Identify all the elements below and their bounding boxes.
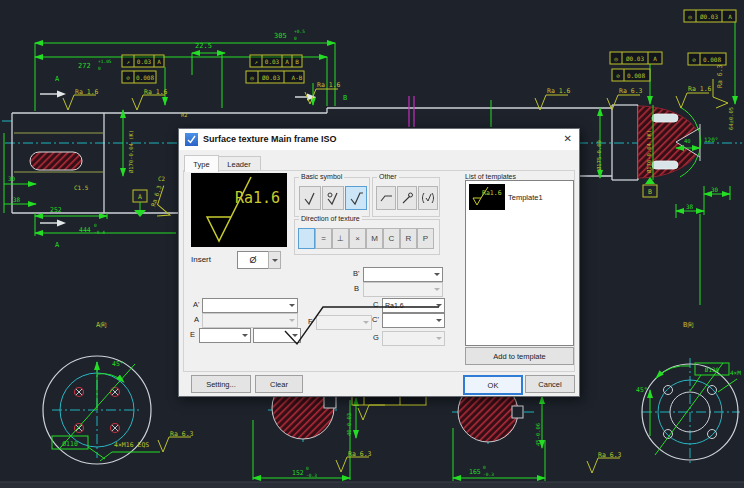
cad-annotation: A: [285, 58, 289, 65]
cad-annotation: 38: [686, 203, 694, 210]
field-e1-combo[interactable]: [199, 328, 251, 343]
cad-annotation: 444: [79, 226, 91, 234]
cad-annotation: 64±0.05: [728, 107, 734, 130]
cad-annotation: 22.5: [195, 42, 212, 50]
other-leader-flat-button[interactable]: [376, 186, 396, 210]
chevron-down-icon: [434, 316, 444, 325]
cad-annotation: -0.3: [306, 473, 317, 478]
dialog-title: Surface texture Main frame ISO: [203, 134, 337, 144]
cad-annotation: Ø130: [705, 366, 720, 373]
cad-annotation: 4×M: [730, 369, 741, 376]
field-g-label: G: [373, 333, 379, 342]
cad-annotation: Ø170-0.04 (K): [128, 130, 134, 173]
insert-label: Insert: [191, 255, 211, 264]
cad-annotation: 305: [274, 32, 287, 40]
chevron-down-icon: [240, 331, 250, 340]
add-to-template-button[interactable]: Add to template: [465, 347, 574, 365]
cad-annotation: -0.3: [483, 472, 494, 477]
field-c-combo[interactable]: Ra1.6: [382, 298, 445, 313]
cad-annotation: A: [138, 193, 142, 201]
insert-dropdown-button[interactable]: [268, 251, 281, 269]
field-cprime-label: C': [372, 315, 379, 324]
ok-button[interactable]: OK: [463, 375, 523, 395]
cad-annotation: Ra 1.6: [144, 88, 168, 96]
template-thumbnail: Ra1.6: [469, 184, 505, 210]
basic-symbol-any-button[interactable]: [299, 186, 321, 210]
direction-r-button[interactable]: R: [400, 228, 417, 249]
direction-m-button[interactable]: M: [366, 228, 383, 249]
cad-annotation: 30: [8, 175, 16, 182]
cad-annotation: ↗: [126, 58, 130, 65]
other-all-around-button[interactable]: [418, 186, 438, 210]
cad-annotation: 0: [306, 466, 309, 471]
direction-p-button[interactable]: P: [417, 228, 434, 249]
direction-none-button[interactable]: [298, 228, 315, 249]
basic-symbol-label: Basic symbol: [299, 173, 344, 180]
cad-annotation: 45°: [636, 386, 648, 394]
cad-annotation: B: [343, 94, 347, 102]
field-aprime-label: A': [193, 300, 199, 309]
cad-annotation: Ra 6.3: [716, 64, 724, 88]
cad-annotation: Ra 1.6: [75, 88, 99, 96]
cad-annotation: Ø175-0.09: [596, 140, 602, 170]
chevron-down-icon: [290, 331, 300, 340]
basic-symbol-removal-button[interactable]: [322, 186, 344, 210]
direction-parallel-button[interactable]: =: [315, 228, 332, 249]
direction-perpendicular-button[interactable]: ⊥: [332, 228, 349, 249]
field-bprime-combo[interactable]: [363, 267, 443, 282]
cad-annotation: Ra 6.3: [598, 451, 622, 459]
cad-annotation: C1.5: [74, 184, 89, 191]
cad-annotation: B: [295, 58, 299, 65]
setting-button[interactable]: Setting...: [191, 375, 251, 393]
field-b-combo: [363, 282, 443, 297]
direction-label: Direction of texture: [299, 215, 362, 222]
cad-annotation: 0.008: [627, 72, 645, 79]
cad-annotation: 40: [684, 138, 691, 144]
direction-c-button[interactable]: C: [383, 228, 400, 249]
template-thumb-text: Ra1.6: [482, 189, 502, 197]
cad-annotation: A: [653, 55, 657, 62]
clear-button[interactable]: Clear: [255, 375, 303, 393]
field-c-value: Ra1.6: [385, 302, 404, 309]
cad-annotation: 252: [50, 206, 62, 214]
tab-type[interactable]: Type: [184, 155, 219, 172]
cad-annotation: Ra 1.6: [547, 87, 571, 95]
cad-annotation: 0: [94, 223, 97, 228]
template-list-item[interactable]: Ra1.6 Template1: [469, 184, 543, 210]
other-leader-flag-button[interactable]: [397, 186, 417, 210]
cad-annotation: 45-0.06: [535, 423, 541, 446]
cad-annotation: B: [648, 188, 652, 196]
direction-crossed-button[interactable]: ×: [349, 228, 366, 249]
field-b-label: B: [354, 284, 359, 293]
cad-annotation: 45°: [112, 360, 124, 368]
cad-annotation: +1.05: [98, 59, 112, 64]
symbol-preview: Ra1.6: [191, 173, 287, 247]
field-aprime-combo[interactable]: [202, 298, 298, 313]
basic-symbol-no-removal-button[interactable]: [345, 186, 367, 210]
insert-combo[interactable]: Ø: [237, 251, 269, 269]
cad-annotation: A: [728, 13, 732, 20]
cad-annotation: Ø110: [62, 440, 78, 448]
chevron-down-icon: [361, 318, 371, 327]
cad-annotation: ⊘: [126, 74, 130, 81]
field-f-label: F: [308, 317, 313, 326]
field-cprime-combo[interactable]: [382, 313, 445, 328]
field-a-combo: [202, 313, 298, 328]
app-window: 272+1.050305+0.5022.5AAB30382524440-0.44…: [0, 0, 744, 488]
field-f-combo: [316, 315, 372, 330]
cancel-button[interactable]: Cancel: [525, 375, 575, 393]
cad-annotation: 120°: [704, 136, 718, 143]
cad-annotation: Ø170-0.04 (K): [646, 130, 652, 173]
cad-annotation: ◎: [688, 13, 692, 20]
cad-annotation: Ra 6.3: [619, 87, 643, 95]
cad-annotation: Ø0.03: [626, 55, 644, 62]
close-icon[interactable]: ✕: [564, 133, 572, 144]
field-a-label: A: [194, 315, 199, 324]
cad-annotation: 40-0.03: [346, 413, 352, 436]
field-e2-combo[interactable]: [253, 328, 301, 343]
cad-annotation: B向: [683, 321, 694, 329]
templates-listbox[interactable]: Ra1.6 Template1: [465, 180, 574, 346]
dialog-titlebar: Surface texture Main frame ISO ✕: [179, 129, 579, 150]
keyway-slot-hatched: [30, 152, 82, 170]
cad-annotation: 38: [13, 196, 21, 203]
